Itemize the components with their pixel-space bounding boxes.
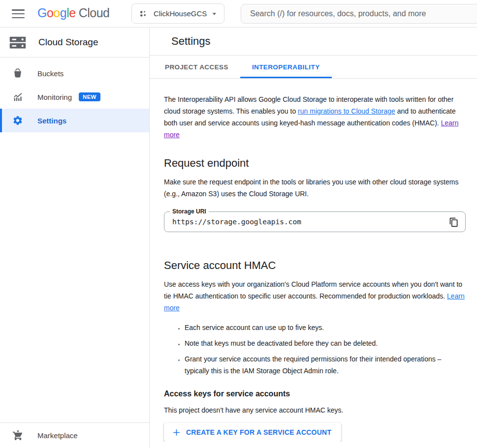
tab-project-access[interactable]: PROJECT ACCESS	[153, 56, 240, 78]
tab-panel-interoperability: The Interoperability API allows Google C…	[150, 79, 477, 442]
google-cloud-logo[interactable]: GoogleCloud	[37, 6, 109, 20]
product-title: Cloud Storage	[38, 37, 98, 48]
page-title: Settings	[171, 35, 211, 48]
list-item: Grant your service accounts the required…	[185, 353, 465, 377]
project-selector[interactable]: ClickHouseGCS	[131, 3, 224, 24]
request-endpoint-text: Make sure the request endpoint in the to…	[164, 176, 465, 200]
run-migrations-link[interactable]: run migrations to Cloud Storage	[298, 107, 395, 115]
plus-icon	[172, 428, 181, 437]
cloud-storage-icon	[9, 35, 27, 50]
list-item: Note that keys must be deactivated befor…	[185, 337, 465, 349]
copy-button[interactable]	[447, 216, 460, 229]
sidebar-item-label: Marketplace	[37, 431, 78, 440]
create-key-button[interactable]: CREATE A KEY FOR A SERVICE ACCOUNT	[164, 423, 341, 442]
hmac-heading: Service account HMAC	[164, 259, 465, 272]
storage-uri-value: https://storage.googleapis.com	[164, 212, 465, 232]
sidebar-item-settings[interactable]: Settings	[0, 109, 149, 132]
storage-uri-field[interactable]: Storage URI https://storage.googleapis.c…	[164, 211, 466, 232]
bucket-icon	[12, 68, 23, 79]
marketplace-cart-icon	[12, 430, 24, 441]
create-key-button-label: CREATE A KEY FOR A SERVICE ACCOUNT	[186, 428, 331, 436]
sidebar-product-header: Cloud Storage	[0, 28, 149, 58]
list-item: Each service account can use up to five …	[185, 322, 465, 333]
sidebar-item-label: Buckets	[37, 69, 64, 78]
sidebar: Cloud Storage Buckets	[0, 28, 150, 448]
access-keys-subheading: Access keys for service accounts	[164, 388, 465, 399]
page-header: Settings	[150, 28, 477, 56]
chevron-down-icon	[212, 11, 217, 17]
top-bar: GoogleCloud ClickHouseGCS	[0, 0, 477, 28]
storage-uri-label: Storage URI	[170, 208, 209, 215]
project-icon	[139, 9, 148, 19]
request-endpoint-heading: Request endpoint	[164, 156, 465, 170]
copy-icon	[449, 217, 459, 227]
search-input[interactable]	[241, 4, 477, 24]
empty-state-text: This project doesn't have any service ac…	[164, 404, 465, 416]
new-badge: NEW	[79, 92, 100, 101]
sidebar-item-monitoring[interactable]: Monitoring NEW	[0, 85, 149, 109]
cloud-wordmark: Cloud	[79, 6, 110, 20]
project-name: ClickHouseGCS	[154, 9, 207, 18]
monitoring-chart-icon	[12, 91, 23, 102]
hmac-text: Use access keys with your organization's…	[164, 280, 462, 300]
menu-icon[interactable]	[12, 8, 26, 19]
gear-icon	[12, 115, 23, 126]
main-content: Settings PROJECT ACCESS INTEROPERABILITY…	[150, 28, 477, 448]
tab-interoperability[interactable]: INTEROPERABILITY	[240, 56, 332, 78]
sidebar-item-label: Monitoring	[37, 93, 72, 101]
sidebar-item-buckets[interactable]: Buckets	[0, 61, 149, 85]
sidebar-item-label: Settings	[37, 117, 66, 125]
google-wordmark: Google	[37, 6, 76, 20]
tab-bar: PROJECT ACCESS INTEROPERABILITY	[150, 56, 477, 79]
hmac-paragraph: Use access keys with your organization's…	[164, 278, 465, 314]
hmac-bullet-list: Each service account can use up to five …	[164, 322, 465, 377]
sidebar-item-marketplace[interactable]: Marketplace	[0, 422, 149, 448]
intro-paragraph: The Interoperability API allows Google C…	[164, 93, 465, 141]
